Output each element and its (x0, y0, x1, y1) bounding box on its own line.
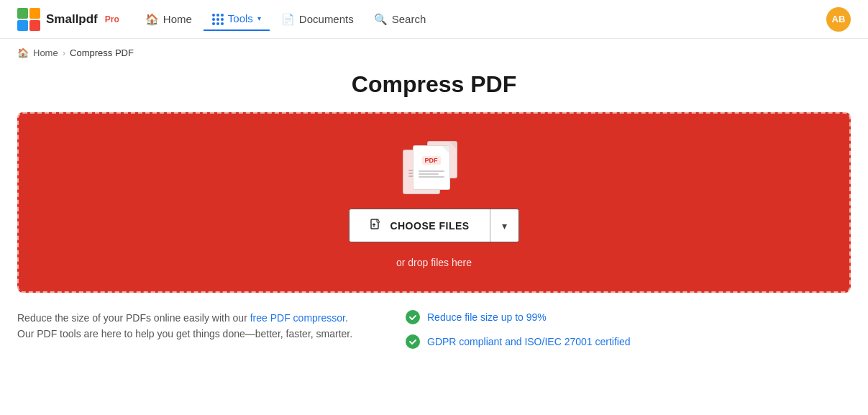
logo[interactable]: SmallpdfPro (17, 8, 119, 31)
nav-home-label: Home (163, 13, 192, 25)
user-avatar[interactable]: AB (826, 7, 851, 32)
bottom-section: Reduce the size of your PDFs online easi… (0, 293, 868, 360)
nav-documents[interactable]: 📄 Documents (273, 9, 362, 30)
feature-label-2: GDPR compliant and ISO/IEC 27001 certifi… (427, 336, 630, 347)
nav-documents-label: Documents (299, 13, 354, 25)
description-text: Reduce the size of your PDFs online easi… (17, 310, 362, 342)
nav-home[interactable]: 🏠 Home (137, 9, 201, 30)
dropzone-wrapper: PDF CHOOSE FILES (17, 112, 851, 293)
pdf-doc-main: PDF (413, 145, 450, 190)
pdf-label: PDF (422, 156, 441, 165)
svg-rect-0 (17, 8, 28, 19)
feature-label-1: Reduce file size up to 99% (427, 311, 547, 323)
chevron-down-icon: ▾ (502, 220, 507, 232)
logo-text: Smallpdf (46, 12, 98, 27)
feature-item-1: Reduce file size up to 99% (406, 310, 630, 324)
breadcrumb-current: Compress PDF (70, 47, 134, 58)
nav-tools-label: Tools (228, 12, 253, 24)
breadcrumb: 🏠 Home › Compress PDF (0, 39, 868, 64)
drop-text: or drop files here (396, 257, 472, 268)
checkmark-icon-2 (408, 337, 417, 346)
choose-files-dropdown-button[interactable]: ▾ (490, 209, 518, 242)
choose-files-row: CHOOSE FILES ▾ (349, 209, 518, 242)
grid-icon (212, 12, 224, 24)
description-column: Reduce the size of your PDFs online easi… (17, 310, 362, 349)
home-breadcrumb-icon: 🏠 (17, 47, 29, 58)
pdf-icon-group: PDF (400, 140, 469, 194)
fold-corner (449, 142, 457, 149)
dropzone[interactable]: PDF CHOOSE FILES (17, 112, 851, 293)
main-fold-corner (442, 146, 449, 153)
home-icon: 🏠 (145, 13, 159, 26)
documents-icon: 📄 (281, 13, 295, 26)
svg-rect-1 (29, 8, 40, 19)
free-compressor-link[interactable]: free PDF compressor (250, 312, 345, 324)
description-text-part2: better, faster, smarter. (255, 328, 352, 339)
svg-rect-2 (17, 20, 28, 31)
svg-rect-3 (29, 20, 40, 31)
page-title: Compress PDF (0, 71, 868, 98)
logo-pro-badge: Pro (105, 14, 119, 24)
choose-files-button[interactable]: CHOOSE FILES (350, 209, 489, 242)
header: SmallpdfPro 🏠 Home Tools ▾ 📄 Documents (0, 0, 868, 39)
choose-files-label: CHOOSE FILES (390, 220, 469, 232)
breadcrumb-separator: › (63, 47, 65, 58)
file-upload-icon (370, 218, 383, 233)
main-nav: 🏠 Home Tools ▾ 📄 Documents 🔍 Search (137, 7, 821, 30)
description-dash: — (245, 328, 255, 339)
feature-check-icon-2 (406, 334, 420, 349)
nav-search[interactable]: 🔍 Search (365, 9, 435, 30)
nav-tools[interactable]: Tools ▾ (204, 7, 270, 30)
avatar-initials: AB (832, 14, 846, 24)
header-right: AB (826, 7, 851, 32)
search-icon: 🔍 (374, 13, 388, 26)
features-column: Reduce file size up to 99% GDPR complian… (406, 310, 630, 349)
feature-check-icon-1 (406, 310, 420, 324)
tools-dropdown-icon: ▾ (257, 14, 261, 22)
feature-item-2: GDPR compliant and ISO/IEC 27001 certifi… (406, 334, 630, 349)
smallpdf-logo-icon (17, 8, 40, 31)
breadcrumb-home[interactable]: Home (33, 47, 58, 58)
nav-search-label: Search (392, 13, 426, 25)
checkmark-icon-1 (408, 313, 417, 321)
